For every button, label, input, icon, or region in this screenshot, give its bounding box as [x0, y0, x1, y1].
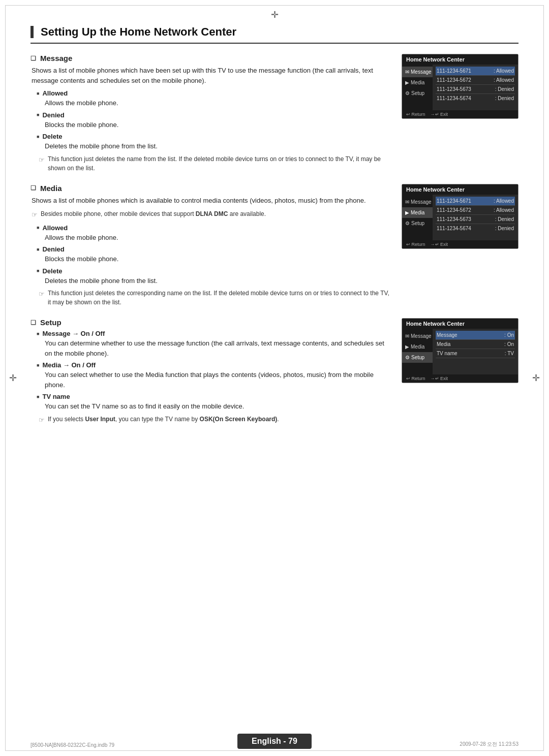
- tv-setup-row-2: Media : On: [436, 340, 515, 349]
- media-delete: Delete Deletes the mobile phone from the…: [37, 267, 391, 286]
- tv-media-row-3: 111-1234-5673 : Denied: [436, 215, 515, 224]
- media-delete-text: Deletes the mobile phone from the list.: [45, 276, 391, 286]
- note-icon-setup: ☞: [39, 415, 45, 425]
- message-menu-icon: ✉: [405, 69, 409, 75]
- tv-sidebar-message-item: ✉ Message: [402, 67, 433, 77]
- footer-right-text: 2009-07-28 오전 11:23:53: [460, 741, 518, 748]
- message-heading: Message: [30, 54, 391, 62]
- message-description: Shows a list of mobile phones which have…: [32, 66, 391, 85]
- note-icon-media: ☞: [32, 210, 38, 220]
- tv-footer-media: ↩ Return →↵ Exit: [402, 240, 518, 248]
- media-on-off-text: You can select whether to use the Media …: [45, 370, 391, 390]
- tv-title-setup: Home Network Center: [402, 319, 518, 329]
- tv-sidebar-msg-item2: ✉ Message: [402, 197, 433, 207]
- setup-note: ☞ If you selects User Input, you can typ…: [39, 415, 391, 425]
- media-description: Shows a list of mobile phones which is a…: [32, 196, 391, 206]
- msg-on-off-text: You can determine whether to use the mes…: [45, 338, 391, 358]
- tv-sidebar-set-item2: ⚙ Setup: [402, 218, 433, 229]
- footer-left-text: [8500-NA]BN68-02322C-Eng.indb 79: [30, 742, 114, 748]
- tv-sidebar-med-item2: ▶ Media: [402, 207, 433, 218]
- page-title: Setting Up the Home Network Center: [30, 25, 518, 44]
- media-note2: ☞ This function just deletes the corresp…: [39, 289, 391, 307]
- note-icon: ☞: [39, 155, 45, 173]
- tv-sidebar-message: ✉ Message ▶ Media ⚙ Setup: [402, 65, 433, 110]
- media-denied-heading: Denied: [37, 245, 391, 253]
- tv-row-4: 111-1234-5674 : Denied: [436, 94, 515, 103]
- tv-row-2: 111-1234-5672 : Allowed: [436, 76, 515, 85]
- msg-icon2: ✉: [405, 199, 409, 205]
- tv-main-message: 111-1234-5671 : Allowed 111-1234-5672 : …: [433, 65, 518, 110]
- tv-menu-message: ✉ Message ▶ Media ⚙ Setup 111-1234-5671: [402, 65, 518, 110]
- set-icon3: ⚙: [405, 355, 410, 360]
- delete-text: Deletes the mobile phone from the list.: [45, 141, 391, 151]
- tv-media-row-2: 111-1234-5672 : Allowed: [436, 206, 515, 215]
- note-icon-media2: ☞: [39, 289, 45, 307]
- tv-main-media: 111-1234-5671 : Allowed 111-1234-5672 : …: [433, 195, 518, 240]
- message-allowed: Allowed Allows the mobile phone.: [37, 89, 391, 108]
- media-denied: Denied Blocks the mobile phone.: [37, 245, 391, 264]
- message-section-content: Message Shows a list of mobile phones wh…: [30, 54, 391, 173]
- tv-footer-message: ↩ Return →↵ Exit: [402, 110, 518, 118]
- tv-media-row-1: 111-1234-5671 : Allowed: [436, 197, 515, 206]
- tv-setup-row-3: TV name : TV: [436, 349, 515, 358]
- tv-screen-setup: Home Network Center ✉ Message ▶ Media ⚙ …: [402, 318, 518, 383]
- media-allowed: Allowed Allows the mobile phone.: [37, 224, 391, 243]
- page-title-text: Setting Up the Home Network Center: [41, 25, 236, 39]
- tv-title-message: Home Network Center: [402, 54, 518, 65]
- tv-sidebar-media-item: ▶ Media: [402, 77, 433, 88]
- setup-section: Setup Message → On / Off You can determi…: [30, 318, 518, 425]
- media-section: Media Shows a list of mobile phones whic…: [30, 184, 518, 307]
- message-note: ☞ This function just deletes the name fr…: [39, 154, 391, 173]
- setup-menu-icon: ⚙: [405, 90, 410, 96]
- message-denied: Denied Blocks the mobile phone.: [37, 111, 391, 130]
- tv-name-heading: TV name: [37, 393, 391, 400]
- tv-title-media: Home Network Center: [402, 184, 518, 195]
- tv-menu-media: ✉ Message ▶ Media ⚙ Setup 111-1234-5671: [402, 195, 518, 240]
- tv-sidebar-setup: ✉ Message ▶ Media ⚙ Setup: [402, 329, 433, 374]
- tv-row-1: 111-1234-5671 : Allowed: [436, 67, 515, 76]
- setup-section-content: Setup Message → On / Off You can determi…: [30, 318, 391, 425]
- message-delete: Delete Deletes the mobile phone from the…: [37, 133, 391, 151]
- tv-menu-setup: ✉ Message ▶ Media ⚙ Setup Message: [402, 329, 518, 374]
- med-icon3: ▶: [405, 344, 409, 350]
- msg-icon3: ✉: [405, 333, 409, 339]
- denied-text: Blocks the mobile phone.: [45, 120, 391, 130]
- delete-heading: Delete: [37, 133, 391, 140]
- tv-name-text: You can set the TV name so as to find it…: [45, 401, 391, 412]
- denied-heading: Denied: [37, 111, 391, 119]
- tv-sidebar-set-item3: ⚙ Setup: [402, 352, 433, 363]
- media-on-off-heading: Media → On / Off: [37, 361, 391, 369]
- english-badge: English - 79: [237, 734, 312, 749]
- tv-media-row-4: 111-1234-5674 : Denied: [436, 224, 515, 233]
- setup-tv-name: TV name You can set the TV name so as to…: [37, 393, 391, 412]
- tv-main-setup: Message : On Media : On TV name : TV: [433, 329, 518, 374]
- tv-setup-row-1: Message : On: [436, 331, 515, 340]
- media-delete-heading: Delete: [37, 267, 391, 275]
- media-menu-icon: ▶: [405, 80, 409, 85]
- tv-sidebar-med-item3: ▶ Media: [402, 341, 433, 352]
- tv-sidebar-media: ✉ Message ▶ Media ⚙ Setup: [402, 195, 433, 240]
- media-note1: ☞ Besides mobile phone, other mobile dev…: [32, 209, 391, 220]
- tv-screen-message: Home Network Center ✉ Message ▶ Media ⚙ …: [402, 54, 518, 119]
- message-section: Message Shows a list of mobile phones wh…: [30, 54, 518, 173]
- media-denied-text: Blocks the mobile phone.: [45, 254, 391, 264]
- allowed-text: Allows the mobile phone.: [45, 98, 391, 108]
- med-icon2: ▶: [405, 210, 409, 215]
- tv-row-3: 111-1234-5673 : Denied: [436, 85, 515, 94]
- set-icon2: ⚙: [405, 220, 410, 226]
- media-heading: Media: [30, 184, 391, 193]
- main-content: Setting Up the Home Network Center Messa…: [30, 25, 518, 715]
- tv-screen-media: Home Network Center ✉ Message ▶ Media ⚙ …: [402, 184, 518, 249]
- tv-footer-setup: ↩ Return →↵ Exit: [402, 374, 518, 383]
- setup-message-on-off: Message → On / Off You can determine whe…: [37, 330, 391, 358]
- media-allowed-heading: Allowed: [37, 224, 391, 232]
- setup-media-on-off: Media → On / Off You can select whether …: [37, 361, 391, 390]
- tv-sidebar-setup-item: ⚙ Setup: [402, 88, 433, 99]
- tv-sidebar-msg-item3: ✉ Message: [402, 331, 433, 341]
- msg-on-off-heading: Message → On / Off: [37, 330, 391, 337]
- media-allowed-text: Allows the mobile phone.: [45, 233, 391, 243]
- media-section-content: Media Shows a list of mobile phones whic…: [30, 184, 391, 307]
- allowed-heading: Allowed: [37, 89, 391, 97]
- setup-heading: Setup: [30, 318, 391, 327]
- title-bar-decoration: [30, 26, 34, 38]
